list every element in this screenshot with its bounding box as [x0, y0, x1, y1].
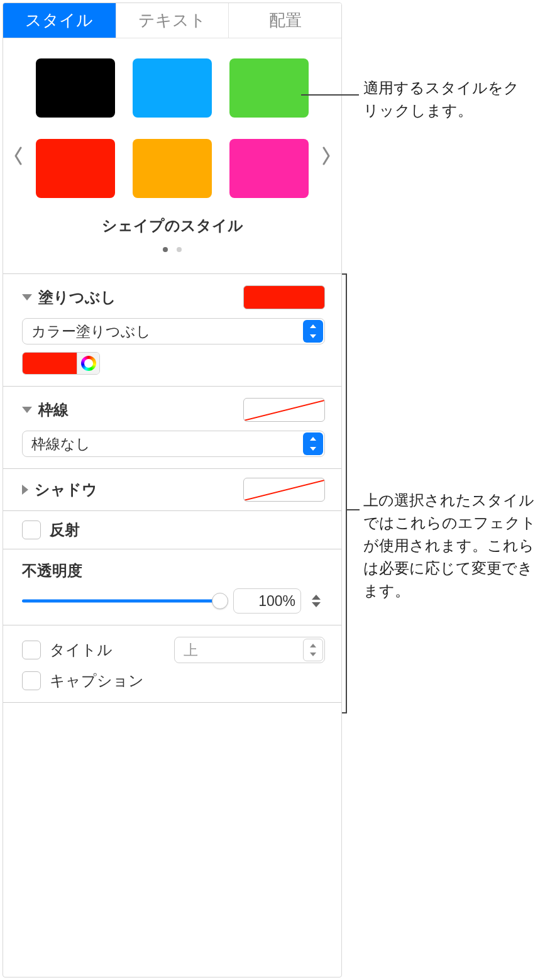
slider-track — [22, 600, 227, 603]
popup-stepper-icon — [303, 639, 323, 661]
border-section: 枠線 枠線なし — [3, 387, 341, 468]
chevron-right-icon — [322, 146, 331, 165]
preset-swatch[interactable] — [133, 139, 212, 198]
caption-checkbox[interactable] — [22, 671, 41, 690]
chevron-left-icon — [14, 146, 23, 165]
presets-page-indicator — [35, 239, 310, 256]
fill-section: 塗りつぶし カラー塗りつぶし — [3, 274, 341, 386]
slider-thumb[interactable] — [212, 593, 228, 609]
opacity-step-down[interactable] — [312, 602, 321, 607]
reflection-label: 反射 — [50, 520, 80, 540]
fill-disclosure[interactable] — [22, 294, 32, 300]
color-wheel-button[interactable] — [77, 353, 99, 374]
title-caption-section: タイトル 上 キャプション — [3, 625, 341, 702]
inspector-tabs: スタイル テキスト 配置 — [3, 3, 341, 38]
preset-swatch[interactable] — [229, 139, 309, 198]
preset-swatch[interactable] — [133, 58, 212, 118]
opacity-section: 不透明度 100% — [3, 549, 341, 625]
preset-swatch[interactable] — [36, 58, 115, 118]
caption-label: キャプション — [50, 671, 144, 691]
title-position-popup[interactable]: 上 — [174, 637, 325, 663]
format-inspector: スタイル テキスト 配置 シェイプのスタイル — [3, 3, 342, 977]
shadow-disclosure[interactable] — [22, 485, 28, 495]
page-dot[interactable] — [177, 247, 182, 252]
fill-color-well[interactable] — [243, 285, 325, 309]
tab-text[interactable]: テキスト — [116, 3, 229, 38]
color-wheel-icon — [81, 356, 96, 371]
callout-bracket — [342, 273, 347, 275]
callout-bracket — [346, 273, 347, 713]
callout-presets: 適用するスタイルをクリックします。 — [363, 77, 527, 122]
presets-title: シェイプのスタイル — [35, 216, 310, 236]
opacity-stepper — [307, 588, 325, 614]
border-label: 枠線 — [38, 400, 69, 420]
page-dot[interactable] — [163, 247, 168, 252]
shadow-label: シャドウ — [35, 480, 97, 500]
fill-type-popup[interactable]: カラー塗りつぶし — [22, 318, 325, 344]
title-checkbox[interactable] — [22, 641, 41, 659]
opacity-step-up[interactable] — [312, 595, 321, 600]
border-type-value: 枠線なし — [31, 434, 91, 454]
callout-effects: 上の選択されたスタイルではこれらのエフェクトが使用されます。これらは必要に応じて… — [363, 489, 539, 602]
presets-grid — [35, 58, 310, 198]
shadow-section: シャドウ — [3, 469, 341, 510]
border-disclosure[interactable] — [22, 407, 32, 413]
opacity-label: 不透明度 — [22, 562, 82, 579]
presets-prev-button[interactable] — [11, 143, 26, 168]
border-type-popup[interactable]: 枠線なし — [22, 431, 325, 457]
title-position-value: 上 — [184, 641, 198, 660]
opacity-slider[interactable] — [22, 592, 227, 610]
fill-color-swatch — [23, 353, 77, 374]
callout-leader — [301, 94, 359, 96]
presets-next-button[interactable] — [319, 143, 334, 168]
callout-leader — [347, 509, 360, 510]
fill-label: 塗りつぶし — [38, 287, 116, 307]
reflection-section: 反射 — [3, 511, 341, 549]
preset-swatch[interactable] — [229, 58, 309, 118]
fill-type-value: カラー塗りつぶし — [31, 322, 151, 341]
reflection-checkbox[interactable] — [22, 520, 41, 539]
fill-color-picker[interactable] — [22, 352, 100, 375]
callout-bracket — [342, 712, 347, 713]
shadow-well[interactable] — [243, 478, 325, 502]
title-label: タイトル — [50, 640, 113, 660]
tab-style[interactable]: スタイル — [3, 3, 116, 38]
opacity-value-field[interactable]: 100% — [233, 588, 301, 614]
tab-arrange[interactable]: 配置 — [229, 3, 341, 38]
border-color-well[interactable] — [243, 398, 325, 422]
preset-swatch[interactable] — [36, 139, 115, 198]
popup-stepper-icon — [303, 432, 323, 455]
style-presets: シェイプのスタイル — [3, 38, 341, 273]
popup-stepper-icon — [303, 320, 323, 343]
